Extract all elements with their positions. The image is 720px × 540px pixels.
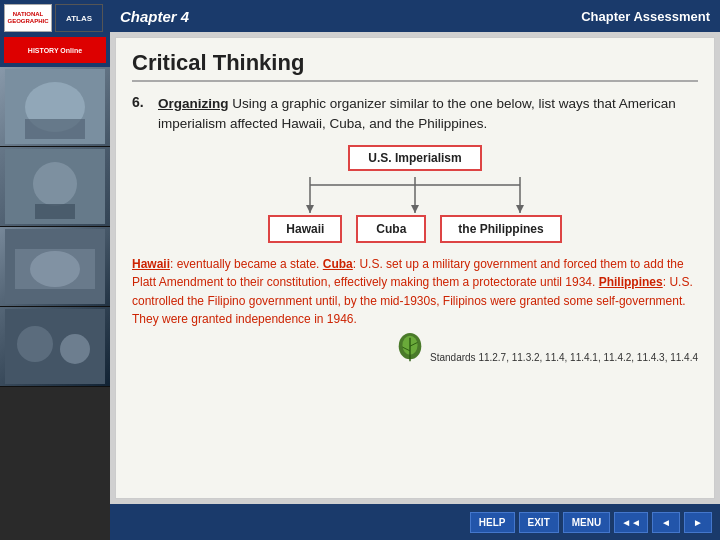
question-text: Organizing Using a graphic organizer sim…	[158, 94, 698, 135]
svg-marker-16	[306, 205, 314, 213]
sidebar: NATIONALGEOGRAPHIC ATLAS HISTORY Online	[0, 0, 110, 540]
page-title: Critical Thinking	[132, 50, 698, 82]
bottom-nav-bar: HELP EXIT MENU ◄◄ ◄ ►	[110, 504, 720, 540]
svg-marker-17	[411, 205, 419, 213]
chapter-assessment-label: Chapter Assessment	[581, 9, 710, 24]
content-area: Critical Thinking 6. Organizing Using a …	[115, 37, 715, 499]
answer-cuba-keyword: Cuba	[323, 257, 353, 271]
rewind-button[interactable]: ◄◄	[614, 512, 648, 533]
answer-hawaii-keyword: Hawaii	[132, 257, 170, 271]
sidebar-images	[0, 67, 110, 540]
sidebar-image-4	[0, 307, 110, 387]
answer-hawaii-text: : eventually became a state.	[170, 257, 323, 271]
atlas-logo: ATLAS	[55, 4, 103, 32]
national-geographic-logo: NATIONALGEOGRAPHIC	[4, 4, 52, 32]
question-number: 6.	[132, 94, 150, 135]
next-button[interactable]: ►	[684, 512, 712, 533]
standards-icon	[396, 333, 424, 365]
diagram-box-philippines: the Philippines	[440, 215, 561, 243]
diagram-box-hawaii: Hawaii	[268, 215, 342, 243]
answer-block: Hawaii: eventually became a state. Cuba:…	[132, 255, 698, 365]
svg-point-11	[60, 334, 90, 364]
chapter-label: Chapter 4	[120, 8, 189, 25]
svg-point-4	[33, 162, 77, 206]
history-online-logo[interactable]: HISTORY Online	[4, 37, 106, 63]
organizer-diagram: U.S. Imperialism Hawaii Cuba	[132, 145, 698, 243]
question-keyword: Organizing	[158, 96, 229, 111]
sidebar-top-logos: NATIONALGEOGRAPHIC ATLAS HISTORY Online	[0, 0, 110, 67]
standards-row: Standards 11.2.7, 11.3.2, 11.4, 11.4.1, …	[132, 333, 698, 365]
svg-point-8	[30, 251, 80, 287]
question-body: Using a graphic organizer similar to the…	[158, 96, 676, 131]
svg-rect-2	[25, 119, 85, 139]
sidebar-image-3	[0, 227, 110, 307]
diagram-box-cuba: Cuba	[356, 215, 426, 243]
header: Chapter 4 Chapter Assessment	[110, 0, 720, 32]
svg-marker-18	[516, 205, 524, 213]
exit-button[interactable]: EXIT	[519, 512, 559, 533]
diagram-lines	[255, 177, 575, 213]
svg-point-10	[17, 326, 53, 362]
answer-philippines-keyword: Philippines	[599, 275, 663, 289]
help-button[interactable]: HELP	[470, 512, 515, 533]
sidebar-image-2	[0, 147, 110, 227]
diagram-bottom-boxes: Hawaii Cuba the Philippines	[268, 215, 561, 243]
standards-text: Standards 11.2.7, 11.3.2, 11.4, 11.4.1, …	[430, 351, 698, 365]
menu-button[interactable]: MENU	[563, 512, 610, 533]
svg-rect-5	[35, 204, 75, 219]
main-content: Chapter 4 Chapter Assessment Critical Th…	[110, 0, 720, 540]
diagram-top-box: U.S. Imperialism	[348, 145, 481, 171]
question-block: 6. Organizing Using a graphic organizer …	[132, 94, 698, 135]
sidebar-image-1	[0, 67, 110, 147]
prev-button[interactable]: ◄	[652, 512, 680, 533]
